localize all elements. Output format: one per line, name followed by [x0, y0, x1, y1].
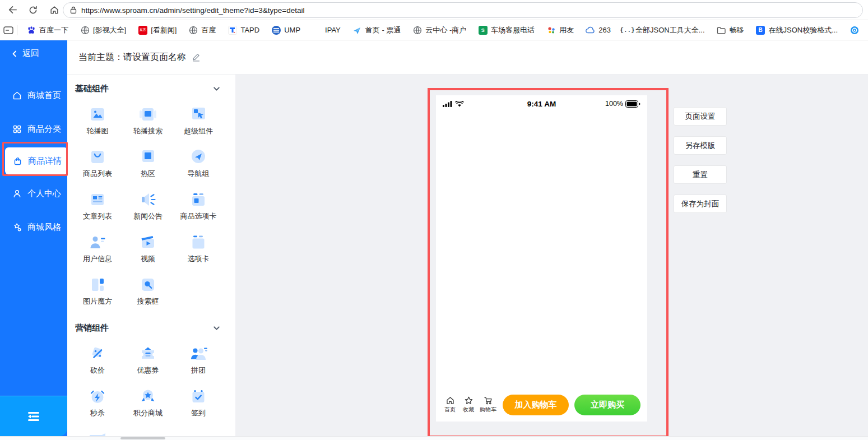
component-item[interactable]: 视频 [123, 229, 173, 271]
grid-icon [12, 124, 22, 134]
bookmark-item[interactable]: 云中心 -商户 [412, 25, 466, 35]
bookmark-item[interactable]: 263 [586, 25, 611, 35]
bookmark-item[interactable] [850, 25, 859, 35]
phone-tab[interactable]: 收藏 [461, 396, 476, 414]
chevron-down-icon[interactable] [212, 85, 221, 93]
component-item[interactable] [72, 425, 123, 436]
sidebar-item[interactable]: 商品详情 [5, 147, 68, 174]
chevron-down-icon[interactable] [212, 324, 221, 332]
component-item[interactable]: 积分商城 [123, 383, 173, 425]
sidebar-item-label: 商品详情 [28, 156, 62, 166]
user-icon [12, 189, 22, 198]
component-item[interactable]: 轮播图 [72, 101, 123, 143]
sidebar-item-label: 商品分类 [27, 124, 61, 135]
coupon-icon [138, 345, 157, 362]
component-item[interactable]: 导航组 [173, 143, 224, 186]
component-item[interactable]: 选项卡 [173, 229, 224, 271]
bookmark-item[interactable]: [影视大全] [80, 25, 126, 35]
component-label: 商品列表 [83, 169, 112, 179]
phone-tab-label: 购物车 [480, 406, 496, 414]
component-grid: 轮播图轮播搜索超级组件商品列表热区导航组文章列表新闻公告商品选项卡用户信息视频选… [67, 101, 235, 314]
phone-tab[interactable]: 购物车 [480, 396, 496, 414]
phone-time: 9:41 AM [436, 100, 647, 108]
bookmark-label: 用友 [559, 25, 574, 35]
component-label: 导航组 [188, 169, 210, 179]
component-item[interactable]: 签到 [173, 383, 224, 425]
component-label: 超级组件 [184, 126, 213, 136]
component-item[interactable]: 新闻公告 [123, 186, 173, 229]
tapd-icon [228, 25, 237, 35]
component-panel: 基础组件轮播图轮播搜索超级组件商品列表热区导航组文章列表新闻公告商品选项卡用户信… [67, 75, 235, 436]
component-item[interactable]: 用户信息 [72, 229, 123, 271]
component-item[interactable]: 热区 [123, 143, 173, 186]
bookmark-item[interactable]: 用友 [546, 25, 574, 35]
sidebar-item[interactable]: 商城风格 [0, 211, 67, 243]
address-bar[interactable]: https://www.sproam.cn/admin/setting/edit… [63, 2, 863, 18]
product-tabs-icon [189, 191, 208, 208]
back-icon[interactable] [3, 2, 20, 18]
video-icon [138, 234, 157, 251]
phone-tab[interactable]: 首页 [443, 396, 457, 414]
phone-preview-body [436, 108, 647, 371]
bookmarks-bar: 百度一下[影视大全]东方[看新闻]百度TAPDUMPIPAY首页 - 票通云中心… [0, 20, 868, 40]
component-item[interactable]: 商品列表 [72, 143, 123, 186]
component-label: 砍价 [90, 365, 105, 376]
component-item[interactable]: 图片魔方 [72, 271, 123, 314]
page-action-button[interactable]: 页面设置 [674, 107, 727, 126]
buy-now-button[interactable]: 立即购买 [574, 395, 640, 415]
reading-list-icon[interactable] [3, 22, 13, 39]
bookmark-item[interactable]: 畅移 [717, 25, 744, 35]
horizontal-scrollbar[interactable] [120, 437, 165, 439]
home-outline-icon [445, 396, 455, 405]
partial-component-icon [88, 430, 107, 436]
page-action-button[interactable]: 另存模版 [674, 136, 727, 155]
component-item[interactable]: 商品选项卡 [173, 186, 224, 229]
component-item[interactable]: 砍价 [72, 340, 123, 383]
refresh-icon[interactable] [25, 2, 41, 18]
piaotong-icon [352, 25, 362, 35]
bookmark-label: 全部JSON工具大全... [635, 25, 705, 35]
bookmark-item[interactable]: TAPD [228, 25, 259, 35]
sidebar-item[interactable]: 商品分类 [0, 113, 67, 145]
bookmark-label: 云中心 -商户 [425, 25, 466, 35]
bookmark-label: 263 [598, 26, 611, 34]
browser-toolbar: https://www.sproam.cn/admin/setting/edit… [0, 0, 868, 20]
bookmark-item[interactable]: 东方[看新闻] [138, 25, 177, 35]
bookmark-item[interactable]: S车场客服电话 [478, 25, 535, 35]
check-in-icon [189, 388, 208, 405]
bookmark-item[interactable]: IPAY [312, 25, 341, 35]
component-item[interactable]: 轮播搜索 [123, 101, 173, 143]
collapse-sidebar-button[interactable] [0, 396, 67, 436]
user-info-icon [88, 234, 107, 251]
component-label: 文章列表 [83, 211, 112, 221]
page-action-button[interactable]: 保存为封面 [674, 194, 727, 213]
bookmark-item[interactable]: 百度一下 [26, 25, 68, 35]
sidebar-item[interactable]: 商城首页 [0, 80, 67, 111]
home-icon[interactable] [46, 2, 63, 18]
bookmark-item[interactable]: B在线JSON校验格式... [756, 25, 838, 35]
component-item[interactable]: 拼团 [173, 340, 224, 383]
component-item[interactable]: 秒杀 [72, 383, 123, 425]
phone-preview[interactable]: 9:41 AM 100% 首页收藏购物车 加入购物车 立即购买 [436, 95, 647, 422]
component-item[interactable]: 文章列表 [72, 186, 123, 229]
bookmark-item[interactable]: {..}全部JSON工具大全... [623, 25, 705, 35]
component-label: 秒杀 [90, 408, 105, 418]
add-to-cart-button[interactable]: 加入购物车 [503, 395, 569, 415]
bookmark-item[interactable]: UMP [271, 25, 300, 35]
news-icon [138, 191, 157, 208]
product-list-icon [88, 149, 107, 165]
screen: https://www.sproam.cn/admin/setting/edit… [0, 0, 868, 440]
component-item[interactable]: 优惠券 [123, 340, 173, 383]
baidu-paw-icon [26, 25, 36, 35]
bookmark-label: [看新闻] [151, 25, 177, 35]
url-text: https://www.sproam.cn/admin/setting/edit… [81, 6, 304, 15]
bookmark-item[interactable]: 百度 [188, 25, 216, 35]
sidebar-item[interactable]: 个人中心 [0, 178, 67, 209]
edit-pencil-icon[interactable] [192, 53, 201, 62]
globe-icon [80, 25, 90, 35]
component-item[interactable]: 搜索框 [123, 271, 173, 314]
back-button[interactable]: 返回 [11, 48, 39, 59]
bookmark-item[interactable]: 首页 - 票通 [352, 25, 401, 35]
component-item[interactable]: 超级组件 [173, 101, 224, 143]
page-action-button[interactable]: 重置 [674, 165, 727, 184]
